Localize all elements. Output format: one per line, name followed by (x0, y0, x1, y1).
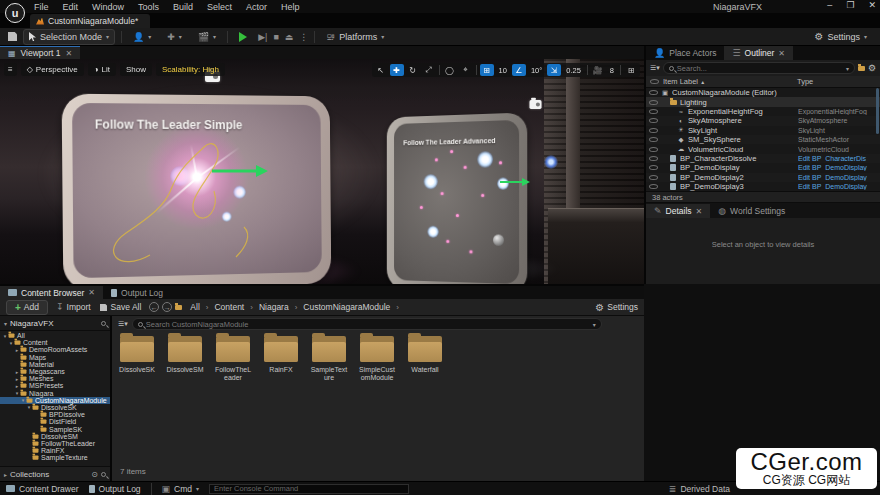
sources-header[interactable]: ▾NiagaraVFX (0, 316, 110, 331)
folder-sampletexture[interactable]: SampleTexture (310, 336, 348, 382)
menu-window[interactable]: Window (92, 2, 124, 12)
cb-settings-button[interactable]: ⚙Settings (595, 302, 638, 313)
cmd-dropdown[interactable]: ▣ Cmd▾ (162, 484, 199, 494)
menu-select[interactable]: Select (207, 2, 232, 12)
breadcrumb-all[interactable]: All (190, 302, 199, 312)
close-icon[interactable]: ✕ (66, 49, 73, 58)
rotate-tool[interactable]: ↻ (406, 64, 420, 76)
close-icon[interactable]: ✕ (696, 207, 703, 216)
derived-data-status[interactable]: ≣Derived Data (669, 484, 730, 494)
add-button[interactable]: +Add (6, 300, 48, 315)
scale-tool[interactable]: ⤢ (422, 64, 436, 76)
world-local-toggle[interactable]: ◯ (443, 64, 457, 76)
save-all-button[interactable]: Save All (99, 302, 142, 312)
play-button[interactable] (234, 30, 252, 44)
tab-content-browser[interactable]: Content Browser ✕ (0, 286, 103, 299)
search-icon[interactable] (101, 472, 106, 477)
outliner-row-skysphere[interactable]: ◆ SM_SkySphereStaticMeshActor (646, 135, 880, 144)
outliner-scrollbar[interactable] (876, 88, 879, 134)
close-icon[interactable]: ✕ (88, 288, 95, 297)
add-actor-dropdown[interactable]: 👤▾ (128, 30, 156, 44)
asset-filter-icon[interactable]: ☰▾ (118, 320, 128, 328)
tree-item-material[interactable]: Material (0, 361, 110, 368)
outliner-search-input[interactable]: Search... ▾ (663, 62, 855, 74)
rotation-snap-toggle[interactable]: ∠ (512, 64, 526, 76)
edit-blueprint-link[interactable]: Edit BP_DemoDisplay (798, 183, 880, 190)
collections-bar[interactable]: ▸Collections ⊙ (0, 466, 110, 481)
tree-item-distfield[interactable]: DistField (0, 418, 110, 425)
tree-item-niagara[interactable]: ▾Niagara (0, 390, 110, 397)
tree-item-maps[interactable]: Maps (0, 354, 110, 361)
menu-actor[interactable]: Actor (246, 2, 267, 12)
grid-snap-toggle[interactable]: ⊞ (480, 64, 494, 76)
tab-world-settings[interactable]: ◍World Settings (710, 204, 793, 218)
surface-snap-toggle[interactable]: ⌖ (459, 64, 473, 76)
edit-blueprint-link[interactable]: Edit BP_DemoDisplay (798, 174, 880, 181)
import-button[interactable]: ↧Import (56, 302, 91, 312)
menu-help[interactable]: Help (281, 2, 300, 12)
select-tool[interactable]: ↖ (374, 64, 388, 76)
output-log-button[interactable]: Output Log (89, 484, 141, 494)
folder-rainfx[interactable]: RainFX (262, 336, 300, 382)
folder-followtheleader[interactable]: FollowTheLeader (214, 336, 252, 382)
skip-button[interactable]: ▶| (258, 32, 267, 42)
outliner-settings-icon[interactable]: ⚙ (868, 63, 876, 73)
maximize-viewport-button[interactable]: ⊞ (624, 64, 638, 76)
tab-outliner[interactable]: ☰Outliner ✕ (724, 46, 793, 60)
selection-mode-dropdown[interactable]: Selection Mode▾ (23, 29, 115, 45)
choose-path-icon[interactable] (175, 305, 182, 310)
tab-output-log[interactable]: Output Log (103, 286, 171, 299)
folder-dissolvesm[interactable]: DissolveSM (166, 336, 204, 382)
outliner-row-bp-demodisplay3[interactable]: BP_DemoDisplay3Edit BP_DemoDisplay (646, 182, 880, 191)
tab-viewport-1[interactable]: ▦ Viewport 1 ✕ (0, 46, 80, 59)
tree-item-followtheleader[interactable]: FollowTheLeader (0, 440, 110, 447)
move-tool[interactable]: ✚ (390, 64, 404, 76)
tree-item-megascans[interactable]: ▸Megascans (0, 368, 110, 375)
blueprints-dropdown[interactable]: ✚▾ (162, 30, 187, 44)
console-command-input[interactable]: Enter Console Command (209, 484, 409, 494)
breadcrumb-customniagaramodule[interactable]: CustomNiagaraModule (303, 302, 390, 312)
tree-item-dissolvesm[interactable]: DissolveSM (0, 433, 110, 440)
tab-place-actors[interactable]: 👤Place Actors (646, 46, 724, 60)
platforms-dropdown[interactable]: 🖳Platforms▾ (321, 30, 389, 44)
tree-item-bpdissolve[interactable]: BPDissolve (0, 411, 110, 418)
new-folder-icon[interactable] (858, 66, 865, 71)
camera-speed-value[interactable]: 8 (607, 66, 617, 75)
tree-item-dissolvesk[interactable]: ▾DissolveSK (0, 404, 110, 411)
scalability-warning[interactable]: Scalability: High (156, 63, 225, 76)
outliner-row-skyatmosphere[interactable]: ◐ SkyAtmosphereSkyAtmosphere (646, 116, 880, 125)
show-dropdown[interactable]: Show (120, 63, 152, 76)
search-icon[interactable] (101, 321, 106, 326)
tree-item-customniagaramodule[interactable]: ▾CustomNiagaraModule (0, 397, 110, 404)
scale-snap-toggle[interactable]: ⇲ (547, 64, 561, 76)
menu-edit[interactable]: Edit (63, 2, 79, 12)
folder-simplecustommodule[interactable]: SimpleCustomModule (358, 336, 396, 382)
tab-custom-niagara-module[interactable]: CustomNiagaraModule* (30, 14, 150, 28)
outliner-filter-icon[interactable]: ☰▾ (650, 64, 660, 72)
outliner-row-world[interactable]: ▣ CustomNiagaraModule (Editor) (646, 88, 880, 97)
menu-build[interactable]: Build (173, 2, 193, 12)
tree-item-sampletexture[interactable]: SampleTexture (0, 454, 110, 461)
rotation-snap-value[interactable]: 10° (528, 66, 545, 75)
view-mode-dropdown[interactable]: ◑Lit (88, 63, 116, 76)
close-icon[interactable]: ✕ (778, 49, 785, 58)
outliner-row-volumetriccloud[interactable]: ☁ VolumetricCloudVolumetricCloud (646, 144, 880, 153)
collections-filter-icon[interactable]: ⊙ (91, 470, 98, 479)
tree-item-demoroomassets[interactable]: ▸DemoRoomAssets (0, 346, 110, 353)
menu-tools[interactable]: Tools (138, 2, 159, 12)
tree-item-content[interactable]: ▾Content (0, 339, 110, 346)
play-options-menu[interactable]: ⋮ (299, 32, 308, 42)
outliner-column-header[interactable]: Item Label ▲ Type (646, 76, 880, 88)
folder-waterfall[interactable]: Waterfall (406, 336, 444, 382)
scale-snap-value[interactable]: 0.25 (563, 66, 584, 75)
outliner-row-heightfog[interactable]: ≈ ExponentialHeightFogExponentialHeightF… (646, 107, 880, 116)
minimize-button[interactable]: – (827, 0, 832, 10)
maximize-button[interactable]: ❐ (846, 0, 854, 10)
outliner-row-skylight[interactable]: ☀ SkyLightSkyLight (646, 126, 880, 135)
outliner-row-bp-demodisplay[interactable]: BP_DemoDisplayEdit BP_DemoDisplay (646, 163, 880, 172)
settings-dropdown[interactable]: ⚙ Settings▾ (809, 29, 872, 44)
viewport-options-menu[interactable]: ≡ (4, 63, 17, 76)
grid-snap-value[interactable]: 10 (496, 66, 510, 75)
content-drawer-button[interactable]: Content Drawer (6, 484, 79, 494)
tree-item-rainfx[interactable]: RainFX (0, 447, 110, 454)
